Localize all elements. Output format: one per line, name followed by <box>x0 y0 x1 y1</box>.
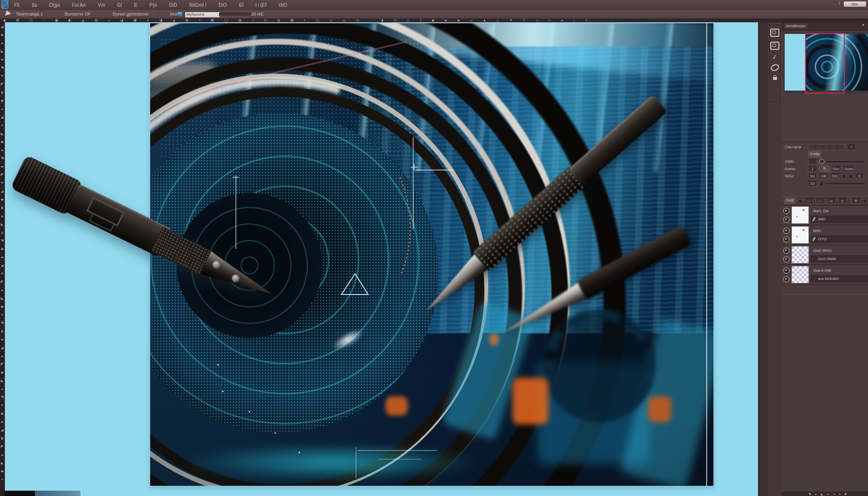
tool-icon[interactable]: ▲ <box>0 352 4 360</box>
history-icon[interactable] <box>770 42 779 50</box>
shortcut-icon[interactable]: ◉ <box>3 18 6 22</box>
properties-control[interactable] <box>841 174 846 179</box>
shortcut-icon[interactable]: ◲ <box>356 18 359 22</box>
menu-item[interactable]: DiD <box>168 2 179 8</box>
options-input[interactable]: MySuruna <box>185 12 220 18</box>
layer-subname[interactable]: GrO ONW <box>810 255 868 263</box>
tool-icon[interactable]: ▲ <box>0 212 4 220</box>
eye-icon[interactable] <box>783 267 790 274</box>
tool-icon[interactable]: ▼ <box>0 179 4 187</box>
layers-header-control[interactable]: ◻ <box>838 198 847 204</box>
footer-icon[interactable]: ▴ <box>815 492 817 496</box>
shortcut-icon[interactable]: ▽ <box>523 18 525 22</box>
menu-item[interactable]: i i (Ef <box>254 2 268 8</box>
tool-preset-icon[interactable] <box>177 12 182 16</box>
eye-icon[interactable] <box>783 228 790 234</box>
tool-icon[interactable]: ◣ <box>0 376 4 385</box>
tool-icon[interactable]: ◤ <box>0 360 4 368</box>
menu-item[interactable]: Vm <box>96 2 107 8</box>
layer-subname[interactable]: OYO <box>810 235 868 243</box>
tool-icon[interactable]: ◆ <box>0 96 4 105</box>
properties-control[interactable]: Gustja <box>808 151 822 157</box>
footer-icon[interactable]: ▾ <box>839 492 840 496</box>
tool-icon[interactable]: ▰ <box>0 162 4 170</box>
layer-row[interactable]: GnD /RXO GrO ONW <box>781 245 868 265</box>
shortcut-icon[interactable]: ◪ <box>120 18 124 22</box>
panel-menu-icon[interactable]: ▾ <box>862 23 864 27</box>
shortcut-icon[interactable]: ▤ <box>16 18 19 22</box>
shortcut-icon[interactable]: ▯ <box>419 18 421 22</box>
menu-item[interactable]: Gl <box>116 2 124 8</box>
layer-subname[interactable]: AfiO <box>810 216 868 223</box>
layer-name[interactable]: GnD /RXO <box>810 248 868 254</box>
options-group[interactable]: Bunsocvc OF <box>65 12 91 16</box>
footer-icon[interactable]: ◣ <box>821 492 823 496</box>
shortcut-icon[interactable]: ▰ <box>445 18 447 22</box>
tool-icon[interactable]: ▮ <box>0 88 4 96</box>
shortcut-icon[interactable]: ◯ <box>224 18 228 22</box>
layers-header-control[interactable] <box>798 199 803 203</box>
layer-thumbnail[interactable] <box>791 226 809 244</box>
shortcut-icon[interactable]: ▱ <box>470 18 472 22</box>
tool-icon[interactable]: ◣ <box>0 459 4 467</box>
properties-control[interactable]: G\O <box>830 173 839 179</box>
app-logo-icon[interactable] <box>1 0 8 9</box>
properties-control[interactable]: l <box>847 144 856 150</box>
shortcut-icon[interactable]: ◳ <box>393 18 397 22</box>
tool-icon[interactable]: ▰ <box>0 418 4 426</box>
eye-icon[interactable] <box>783 248 790 254</box>
menu-item[interactable]: E <box>133 2 139 8</box>
shortcut-icon[interactable]: ◔ <box>43 18 45 22</box>
shortcut-icon[interactable]: ▧ <box>186 18 189 22</box>
eye-icon[interactable] <box>783 276 790 282</box>
tool-icon[interactable]: ◤ <box>0 442 4 450</box>
tool-icon[interactable]: ▾ <box>0 310 4 319</box>
tool-icon[interactable]: ◆ <box>0 302 4 310</box>
properties-control[interactable]: Guva <box>843 166 854 172</box>
tool-icon[interactable]: ◤ <box>0 278 4 286</box>
eye-icon[interactable] <box>783 236 790 243</box>
layers-header-control[interactable]: — <box>805 198 814 204</box>
shortcut-icon[interactable]: ◁ <box>535 18 538 22</box>
footer-icon[interactable]: ◂ <box>833 492 835 496</box>
properties-control[interactable] <box>808 144 845 150</box>
tool-icon[interactable]: ◆ <box>0 368 4 376</box>
layers-header-control[interactable]: Gud) <box>784 198 796 204</box>
properties-control[interactable]: Gu= <box>832 166 841 172</box>
menu-item[interactable]: Ila <box>31 2 39 8</box>
eye-icon[interactable] <box>783 256 790 263</box>
shortcut-icon[interactable]: ▮ <box>382 18 384 22</box>
layer-row[interactable]: BriO OYO <box>781 225 868 245</box>
tool-icon[interactable]: ◆ <box>0 138 4 146</box>
shortcut-icon[interactable]: ◌ <box>369 18 371 22</box>
shortcut-icon[interactable]: ◓ <box>199 18 201 22</box>
footer-icon[interactable]: ◤ <box>845 492 847 496</box>
shortcut-icon[interactable]: ◎ <box>329 18 332 22</box>
menu-item[interactable]: F5 <box>13 2 21 8</box>
layer-name[interactable]: BriO <box>810 228 868 234</box>
shortcut-icon[interactable]: ◇ <box>407 18 409 22</box>
tool-icon[interactable]: ◢ <box>0 426 4 434</box>
properties-control[interactable] <box>848 174 853 179</box>
shortcut-icon[interactable]: ▣ <box>55 18 59 22</box>
tool-icon[interactable]: ▮ <box>0 327 4 335</box>
tool-icon[interactable]: ◆ <box>0 195 4 203</box>
layer-thumbnail[interactable] <box>791 266 809 283</box>
tool-icon[interactable]: ◆ <box>0 245 4 253</box>
menu-item[interactable]: Fol An <box>70 2 87 8</box>
layer-row[interactable]: Sna 8 OW ara DOn3iO <box>781 265 868 285</box>
layer-subname[interactable]: ara DOn3iO <box>810 275 868 282</box>
properties-control[interactable] <box>808 159 817 165</box>
layer-row[interactable]: BaO, Ga AfiO <box>781 205 868 225</box>
tool-icon[interactable]: ◆ <box>0 409 4 418</box>
properties-control[interactable]: 1l1 <box>808 181 817 186</box>
tool-icon[interactable]: ▴ <box>0 105 4 113</box>
tool-icon[interactable]: ◢ <box>0 113 4 121</box>
shortcut-icon[interactable]: ◒ <box>108 18 110 22</box>
layers-header-control[interactable]: — <box>816 198 825 204</box>
tool-icon[interactable]: ◣ <box>0 129 4 138</box>
menu-item[interactable]: El <box>238 2 245 8</box>
tool-icon[interactable]: ▲ <box>0 146 4 154</box>
layers-header-control[interactable]: B <box>852 198 861 204</box>
shortcut-icon[interactable]: ◆ <box>432 18 434 22</box>
